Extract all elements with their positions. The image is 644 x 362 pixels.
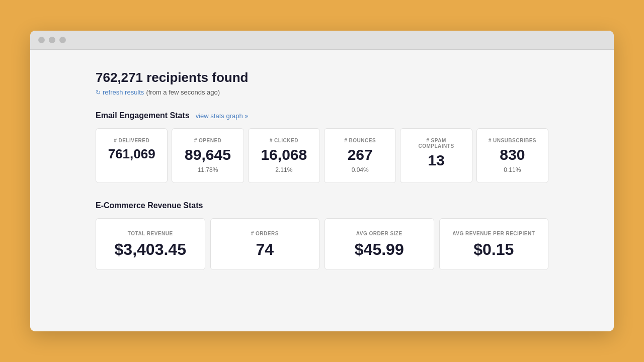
revenue-value-avg-order: $45.99 — [355, 241, 404, 257]
revenue-card-avg-order: AVG ORDER SIZE $45.99 — [325, 218, 434, 270]
stat-card-opened: # OPENED 89,645 11.78% — [172, 128, 244, 183]
stat-label-delivered: # DELIVERED — [114, 138, 149, 143]
stat-percent-opened: 11.78% — [198, 166, 218, 173]
revenue-card-total: TOTAL REVENUE $3,403.45 — [96, 218, 205, 270]
email-section-title: Email Engagement Stats — [96, 111, 190, 120]
refresh-time: (from a few seconds ago) — [146, 88, 220, 96]
revenue-value-avg-revenue: $0.15 — [473, 241, 514, 257]
browser-titlebar — [30, 31, 614, 50]
stat-value-spam: 13 — [428, 153, 444, 168]
stat-label-clicked: # CLICKED — [270, 138, 298, 143]
stat-label-opened: # OPENED — [194, 138, 222, 143]
stat-label-unsubscribes: # UNSUBSCRIBES — [489, 138, 536, 143]
browser-content: 762,271 recipients found ↻ refresh resul… — [30, 50, 614, 331]
revenue-value-orders: 74 — [256, 241, 274, 257]
stat-card-spam: # SPAM COMPLAINTS 13 — [400, 128, 472, 183]
revenue-card-orders: # ORDERS 74 — [210, 218, 320, 270]
revenue-card-avg-revenue: AVG REVENUE PER RECIPIENT $0.15 — [439, 218, 549, 270]
stat-value-delivered: 761,069 — [108, 147, 155, 160]
refresh-row: ↻ refresh results (from a few seconds ag… — [96, 88, 548, 96]
view-stats-link[interactable]: view stats graph » — [196, 112, 249, 120]
revenue-section-title: E-Commerce Revenue Stats — [96, 201, 203, 210]
stat-value-clicked: 16,068 — [261, 147, 307, 162]
revenue-section-header: E-Commerce Revenue Stats — [96, 201, 548, 210]
revenue-label-avg-revenue: AVG REVENUE PER RECIPIENT — [452, 231, 535, 236]
stat-value-opened: 89,645 — [185, 147, 231, 162]
revenue-label-avg-order: AVG ORDER SIZE — [356, 231, 403, 236]
refresh-link[interactable]: ↻ refresh results — [96, 88, 144, 96]
refresh-label: refresh results — [103, 88, 144, 96]
revenue-stats-grid: TOTAL REVENUE $3,403.45 # ORDERS 74 AVG … — [96, 218, 548, 270]
recipients-title: 762,271 recipients found — [96, 70, 548, 85]
stat-percent-clicked: 2.11% — [275, 166, 292, 173]
browser-window: 762,271 recipients found ↻ refresh resul… — [30, 31, 614, 331]
stat-card-clicked: # CLICKED 16,068 2.11% — [248, 128, 320, 183]
email-stats-grid: # DELIVERED 761,069 # OPENED 89,645 11.7… — [96, 128, 548, 183]
email-section-header: Email Engagement Stats view stats graph … — [96, 111, 548, 120]
revenue-label-total: TOTAL REVENUE — [128, 231, 173, 236]
browser-close-button[interactable] — [38, 37, 45, 43]
revenue-label-orders: # ORDERS — [251, 231, 279, 236]
browser-maximize-button[interactable] — [59, 37, 66, 43]
stat-value-unsubscribes: 830 — [500, 147, 525, 162]
stat-card-bounces: # BOUNCES 267 0.04% — [324, 128, 396, 183]
revenue-value-total: $3,403.45 — [115, 241, 186, 257]
browser-minimize-button[interactable] — [49, 37, 55, 43]
stat-percent-unsubscribes: 0.11% — [504, 166, 521, 173]
stat-percent-bounces: 0.04% — [352, 166, 369, 173]
stat-card-unsubscribes: # UNSUBSCRIBES 830 0.11% — [476, 128, 548, 183]
stat-label-bounces: # BOUNCES — [344, 138, 376, 143]
refresh-icon: ↻ — [96, 89, 101, 96]
stat-card-delivered: # DELIVERED 761,069 — [96, 128, 168, 183]
stat-value-bounces: 267 — [348, 147, 373, 162]
stat-label-spam: # SPAM COMPLAINTS — [408, 138, 464, 149]
